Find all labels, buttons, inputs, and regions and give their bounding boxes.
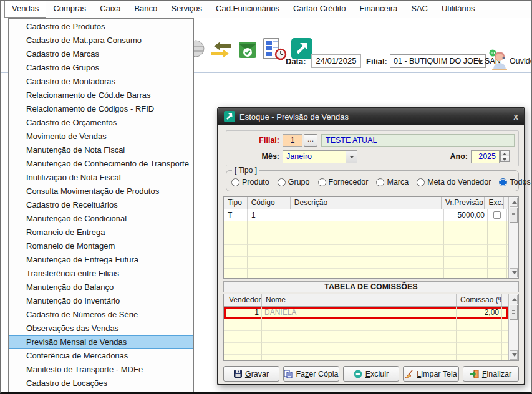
menubar-financeira[interactable]: Financeira — [353, 1, 405, 18]
menu-bar: Vendas Compras Caixa Banco Serviços Cad.… — [1, 1, 531, 18]
menu-item[interactable]: Inutilização de Nota Fiscal — [9, 171, 193, 185]
vendas-dropdown-menu: Cadastro de Produtos Cadastro de Mat.par… — [8, 18, 194, 394]
filial-browse-button[interactable]: ... — [304, 134, 317, 147]
data-input[interactable]: 24/01/2025 — [311, 54, 361, 68]
column-header[interactable]: Tipo — [224, 197, 248, 209]
report-clock-icon[interactable] — [263, 38, 288, 63]
menubar-caixa[interactable]: Caixa — [93, 1, 127, 18]
vertical-scrollbar[interactable] — [508, 294, 518, 360]
column-header[interactable]: Descrição — [291, 197, 442, 209]
menu-item[interactable]: Manutenção de Condicional — [9, 212, 193, 226]
menu-item[interactable]: Manutenção de Entrega Futura — [9, 253, 193, 267]
exc-checkbox[interactable] — [493, 211, 501, 219]
scroll-thumb[interactable] — [510, 305, 518, 320]
menu-item[interactable]: Manutenção do Balanço — [9, 281, 193, 294]
menu-item[interactable]: Relacionamento de Códigos - RFID — [9, 102, 193, 116]
table-row[interactable]: T 1 5000,00 — [224, 209, 508, 221]
app-logo-icon — [224, 111, 235, 122]
menu-item[interactable]: Conferência de Mercadorias — [9, 349, 193, 363]
filial-code-input[interactable]: 1 — [283, 134, 302, 147]
column-header[interactable]: Comissão (%) — [457, 294, 502, 306]
menu-item[interactable]: Romaneio de Montagem — [9, 239, 193, 253]
mes-select[interactable]: Janeiro — [283, 150, 357, 163]
chevron-down-icon[interactable] — [346, 151, 357, 163]
menu-item[interactable]: Cadastro de Receituários — [9, 198, 193, 212]
menu-item[interactable]: Cadastro de Marcas — [9, 47, 193, 61]
delete-icon — [354, 370, 362, 378]
menubar-banco[interactable]: Banco — [127, 1, 164, 18]
menu-item[interactable]: Movimento de Vendas — [9, 130, 193, 143]
menubar-sac[interactable]: SAC — [404, 1, 435, 18]
menu-item[interactable]: Transferência entre Filiais — [9, 267, 193, 281]
menubar-cartao-credito[interactable]: Cartão Crédito — [286, 1, 353, 18]
scroll-up-icon[interactable] — [510, 295, 518, 304]
menu-item[interactable]: Manutenção de Nota Fiscal — [9, 143, 193, 157]
menu-item[interactable]: Cadastro de Produtos — [9, 20, 193, 34]
radio-produto[interactable]: Produto — [231, 178, 269, 186]
column-header[interactable]: Código — [248, 197, 291, 209]
gravar-button[interactable]: Gravar — [223, 366, 279, 382]
transfer-arrows-icon[interactable] — [210, 42, 231, 60]
scroll-down-icon[interactable] — [510, 268, 518, 277]
comissoes-title: TABELA DE COMISSÕES — [223, 281, 519, 292]
radio-fornecedor[interactable]: Fornecedor — [318, 178, 369, 186]
menubar-cad-funcionarios[interactable]: Cad.Funcionários — [209, 1, 286, 18]
menu-item-previsao-mensal-de-vendas[interactable]: Previsão Mensal de Vendas — [9, 335, 193, 349]
menu-item[interactable]: Cadastro de Mat.para Consumo — [9, 34, 193, 47]
radio-meta-do-vendedor[interactable]: Meta do Vendedor — [417, 178, 491, 186]
radio-label: Grupo — [288, 178, 310, 186]
column-header[interactable]: Vr.Previsão — [442, 197, 485, 209]
header-filler — [504, 197, 508, 209]
forecast-table: Tipo Código Descrição Vr.Previsão Exc. T… — [223, 196, 519, 279]
menubar-servicos[interactable]: Serviços — [164, 1, 209, 18]
scroll-thumb[interactable] — [510, 208, 518, 223]
spinner-down-icon[interactable] — [500, 156, 510, 162]
ouvidoria-agent-icon[interactable] — [488, 49, 508, 73]
ouvidoria-label[interactable]: Ouvidoria — [510, 57, 532, 65]
ano-spinner[interactable] — [500, 150, 510, 163]
dialog-title-bar[interactable]: Estoque - Previsão de Vendas x — [218, 108, 524, 125]
column-header[interactable]: Vendedor — [224, 294, 262, 306]
filial-select[interactable]: 01 - BUTIQUIM DO JOEL SAN — [390, 54, 486, 68]
menu-item[interactable]: Consulta Movimentação de Produtos — [9, 185, 193, 198]
limpar-tela-button[interactable]: Limpar Tela — [403, 366, 459, 382]
radio-grupo[interactable]: Grupo — [278, 178, 310, 186]
chevron-down-icon — [478, 60, 483, 64]
excluir-button[interactable]: Excluir — [343, 366, 399, 382]
menu-item[interactable]: Relacionamento de Cód.de Barras — [9, 89, 193, 102]
menubar-vendas[interactable]: Vendas — [4, 1, 46, 18]
menu-item[interactable]: Cadastro de Montadoras — [9, 75, 193, 89]
fazer-copia-button[interactable]: Fazer Cópia — [283, 366, 339, 382]
scroll-down-icon[interactable] — [510, 350, 518, 360]
menu-item[interactable]: Romaneio de Entrega — [9, 226, 193, 239]
menu-item[interactable]: Observações das Vendas — [9, 322, 193, 335]
radio-icon — [417, 178, 425, 186]
menu-item[interactable]: Cadastro de Orçamentos — [9, 116, 193, 130]
column-header[interactable]: Exc. — [485, 197, 504, 209]
scroll-up-icon[interactable] — [510, 198, 518, 207]
radio-todos[interactable]: Todos — [499, 178, 530, 186]
menubar-utilitarios[interactable]: Utilitários — [435, 1, 481, 18]
previsao-vendas-dialog: Estoque - Previsão de Vendas x Filial: 1… — [217, 107, 525, 385]
finalizar-button[interactable]: Finalizar — [463, 366, 519, 382]
close-icon[interactable]: x — [513, 112, 518, 122]
column-header[interactable]: Nome — [262, 294, 457, 306]
radio-label: Produto — [242, 178, 269, 186]
ano-input[interactable]: 2025 — [471, 150, 500, 163]
package-check-icon[interactable] — [238, 39, 258, 62]
menu-item[interactable]: Cadastro de Grupos — [9, 61, 193, 75]
vertical-scrollbar[interactable] — [508, 197, 518, 278]
menu-item[interactable]: Manutenção de Conhecimento de Transporte — [9, 157, 193, 171]
copy-icon — [284, 370, 293, 378]
empty-row — [224, 221, 508, 233]
menu-item[interactable]: Cadastro de Números de Série — [9, 308, 193, 322]
menubar-compras[interactable]: Compras — [46, 1, 93, 18]
selected-comissao-row[interactable]: 1 DANIELA 2,00 — [224, 307, 508, 319]
menu-item[interactable]: Manutenção do Inventário — [9, 294, 193, 308]
comissoes-table-header: Vendedor Nome Comissão (%) — [224, 294, 508, 307]
menu-item[interactable]: Cadastro de Locações — [9, 377, 193, 390]
menu-item[interactable]: Manifesto de Transporte - MDFe — [9, 363, 193, 377]
ano-label: Ano: — [446, 152, 468, 161]
tipo-groupbox: [ Tipo ] Produto Grupo Fornecedor Marca … — [226, 170, 519, 191]
radio-marca[interactable]: Marca — [376, 178, 409, 186]
